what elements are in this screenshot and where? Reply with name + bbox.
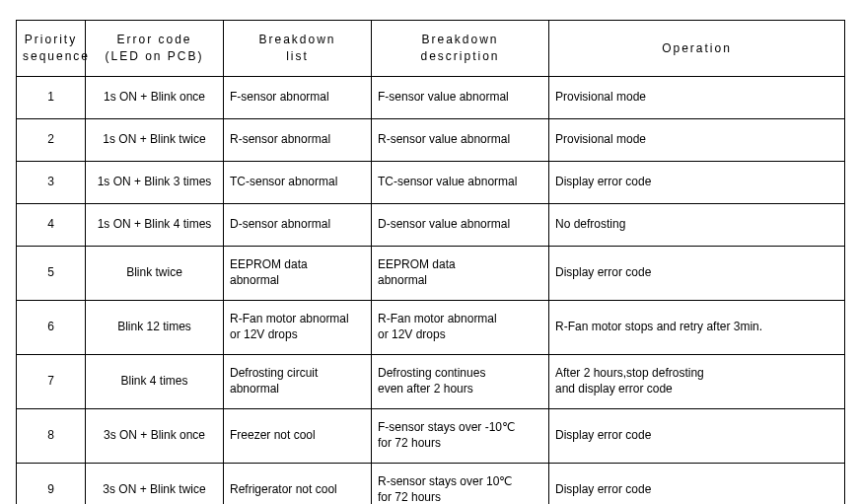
cell-breakdown-list-text: TC-sensor abnormal bbox=[230, 175, 337, 188]
cell-breakdown-desc-text: Defrosting continues even after 2 hours bbox=[378, 366, 485, 396]
cell-error-code: 1s ON + Blink twice bbox=[86, 119, 224, 162]
cell-breakdown-list-text: Refrigerator not cool bbox=[230, 482, 337, 496]
cell-priority-text: 4 bbox=[47, 217, 54, 231]
table-row: 83s ON + Blink onceFreezer not coolF-sen… bbox=[17, 409, 845, 464]
cell-error-code-text: Blink 12 times bbox=[117, 320, 191, 333]
cell-breakdown-list-text: Defrosting circuit abnormal bbox=[230, 366, 318, 396]
cell-breakdown-desc: R-sensor value abnormal bbox=[372, 119, 549, 162]
cell-breakdown-list-text: R-sensor abnormal bbox=[230, 132, 330, 146]
cell-priority-text: 1 bbox=[47, 90, 54, 104]
header-operation: Operation bbox=[549, 21, 845, 77]
cell-breakdown-desc: R-sensor stays over 10℃ for 72 hours bbox=[372, 464, 549, 505]
cell-operation-text: Display error code bbox=[555, 428, 651, 442]
cell-breakdown-desc-text: D-sensor value abnormal bbox=[378, 217, 510, 231]
header-priority: Priority sequence bbox=[17, 21, 86, 77]
cell-priority-text: 7 bbox=[47, 374, 54, 388]
cell-operation: Display error code bbox=[549, 409, 845, 464]
cell-error-code-text: 1s ON + Blink 3 times bbox=[98, 175, 212, 188]
cell-breakdown-desc: D-sensor value abnormal bbox=[372, 204, 549, 247]
cell-breakdown-list-text: R-Fan motor abnormal or 12V drops bbox=[230, 312, 349, 341]
cell-operation: R-Fan motor stops and retry after 3min. bbox=[549, 301, 845, 355]
cell-breakdown-list-text: F-sensor abnormal bbox=[230, 90, 329, 104]
cell-breakdown-list-text: Freezer not cool bbox=[230, 428, 316, 442]
cell-priority-text: 2 bbox=[47, 132, 54, 146]
cell-priority: 2 bbox=[17, 119, 86, 162]
cell-breakdown-desc: F-sensor stays over -10℃ for 72 hours bbox=[372, 409, 549, 464]
cell-breakdown-desc: F-sensor value abnormal bbox=[372, 77, 549, 119]
cell-priority: 1 bbox=[17, 77, 86, 119]
error-code-table: Priority sequence Error code (LED on PCB… bbox=[16, 20, 845, 504]
cell-operation: After 2 hours,stop defrosting and displa… bbox=[549, 355, 845, 409]
cell-breakdown-desc-text: F-sensor stays over -10℃ for 72 hours bbox=[378, 420, 515, 450]
cell-breakdown-desc-text: TC-sensor value abnormal bbox=[378, 175, 517, 188]
cell-error-code-text: 3s ON + Blink once bbox=[104, 428, 205, 442]
cell-breakdown-desc: R-Fan motor abnormal or 12V drops bbox=[372, 301, 549, 355]
cell-breakdown-desc: TC-sensor value abnormal bbox=[372, 162, 549, 204]
cell-operation: Provisional mode bbox=[549, 119, 845, 162]
cell-operation: Provisional mode bbox=[549, 77, 845, 119]
table-header-row: Priority sequence Error code (LED on PCB… bbox=[17, 21, 845, 77]
cell-error-code: 1s ON + Blink 4 times bbox=[86, 204, 224, 247]
cell-priority: 7 bbox=[17, 355, 86, 409]
header-error-code: Error code (LED on PCB) bbox=[86, 21, 224, 77]
cell-breakdown-list: Freezer not cool bbox=[224, 409, 372, 464]
cell-operation-text: No defrosting bbox=[555, 217, 625, 231]
cell-priority-text: 6 bbox=[47, 320, 54, 333]
cell-priority: 6 bbox=[17, 301, 86, 355]
cell-breakdown-desc-text: R-sensor stays over 10℃ for 72 hours bbox=[378, 474, 512, 504]
cell-error-code: 1s ON + Blink 3 times bbox=[86, 162, 224, 204]
cell-priority-text: 9 bbox=[47, 482, 54, 496]
table-row: 41s ON + Blink 4 timesD-sensor abnormalD… bbox=[17, 204, 845, 247]
cell-priority-text: 8 bbox=[47, 428, 54, 442]
cell-operation-text: Display error code bbox=[555, 175, 651, 188]
table-row: 7Blink 4 timesDefrosting circuit abnorma… bbox=[17, 355, 845, 409]
cell-operation-text: R-Fan motor stops and retry after 3min. bbox=[555, 320, 762, 333]
cell-breakdown-desc-text: R-sensor value abnormal bbox=[378, 132, 510, 146]
cell-error-code: 1s ON + Blink once bbox=[86, 77, 224, 119]
cell-priority-text: 3 bbox=[47, 175, 54, 188]
cell-error-code-text: 1s ON + Blink once bbox=[104, 90, 205, 104]
table-row: 31s ON + Blink 3 timesTC-sensor abnormal… bbox=[17, 162, 845, 204]
cell-error-code: Blink 12 times bbox=[86, 301, 224, 355]
cell-operation: Display error code bbox=[549, 464, 845, 505]
cell-breakdown-list-text: EEPROM data abnormal bbox=[230, 257, 308, 287]
cell-operation: Display error code bbox=[549, 162, 845, 204]
cell-breakdown-list: Refrigerator not cool bbox=[224, 464, 372, 505]
cell-operation-text: Display error code bbox=[555, 265, 651, 279]
cell-breakdown-desc-text: R-Fan motor abnormal or 12V drops bbox=[378, 312, 497, 341]
table-row: 11s ON + Blink onceF-sensor abnormalF-se… bbox=[17, 77, 845, 119]
cell-breakdown-list: F-sensor abnormal bbox=[224, 77, 372, 119]
cell-breakdown-list: TC-sensor abnormal bbox=[224, 162, 372, 204]
cell-priority: 5 bbox=[17, 247, 86, 301]
cell-operation: Display error code bbox=[549, 247, 845, 301]
cell-breakdown-list: EEPROM data abnormal bbox=[224, 247, 372, 301]
cell-error-code-text: 3s ON + Blink twice bbox=[103, 482, 205, 496]
cell-priority-text: 5 bbox=[47, 265, 54, 279]
cell-error-code-text: 1s ON + Blink twice bbox=[103, 132, 205, 146]
table-row: 93s ON + Blink twiceRefrigerator not coo… bbox=[17, 464, 845, 505]
cell-operation-text: Display error code bbox=[555, 482, 651, 496]
cell-error-code: 3s ON + Blink once bbox=[86, 409, 224, 464]
cell-breakdown-desc-text: EEPROM data abnormal bbox=[378, 257, 456, 287]
cell-breakdown-list: R-sensor abnormal bbox=[224, 119, 372, 162]
cell-breakdown-list: D-sensor abnormal bbox=[224, 204, 372, 247]
cell-breakdown-list-text: D-sensor abnormal bbox=[230, 217, 330, 231]
header-breakdown-desc: Breakdown description bbox=[372, 21, 549, 77]
table-row: 6Blink 12 timesR-Fan motor abnormal or 1… bbox=[17, 301, 845, 355]
cell-operation-text: After 2 hours,stop defrosting and displa… bbox=[555, 366, 704, 396]
cell-priority: 8 bbox=[17, 409, 86, 464]
cell-error-code: 3s ON + Blink twice bbox=[86, 464, 224, 505]
header-breakdown-list: Breakdown list bbox=[224, 21, 372, 77]
cell-error-code: Blink twice bbox=[86, 247, 224, 301]
cell-priority: 3 bbox=[17, 162, 86, 204]
table-row: 5Blink twiceEEPROM data abnormalEEPROM d… bbox=[17, 247, 845, 301]
cell-breakdown-desc-text: F-sensor value abnormal bbox=[378, 90, 509, 104]
cell-error-code-text: 1s ON + Blink 4 times bbox=[98, 217, 212, 231]
cell-operation-text: Provisional mode bbox=[555, 90, 646, 104]
cell-breakdown-desc: EEPROM data abnormal bbox=[372, 247, 549, 301]
cell-error-code-text: Blink twice bbox=[126, 265, 182, 279]
table-row: 21s ON + Blink twiceR-sensor abnormalR-s… bbox=[17, 119, 845, 162]
cell-priority: 4 bbox=[17, 204, 86, 247]
cell-breakdown-desc: Defrosting continues even after 2 hours bbox=[372, 355, 549, 409]
cell-error-code-text: Blink 4 times bbox=[120, 374, 187, 388]
